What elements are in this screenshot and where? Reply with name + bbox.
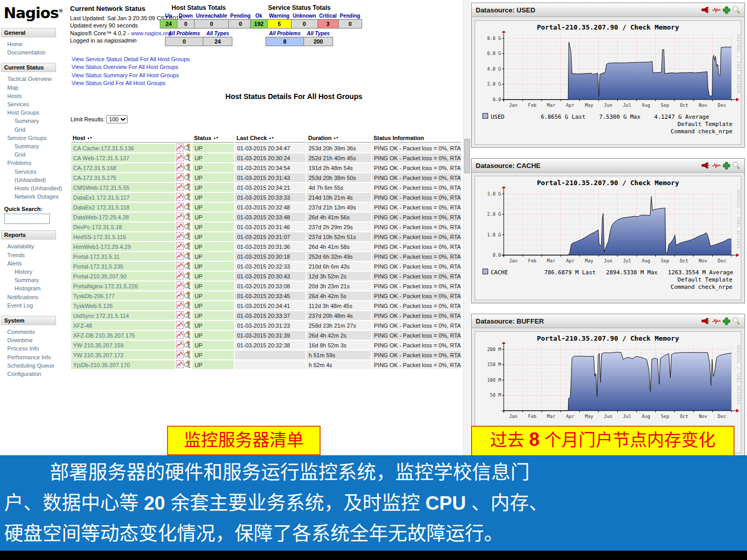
service-col-critical[interactable]: Critical — [317, 12, 338, 20]
host-link[interactable]: DataWeb-172.29.4.28 — [71, 213, 175, 221]
host-link[interactable]: Portal-210.35.207.90 — [71, 272, 175, 281]
host-link[interactable]: DataEx1 172.31.5.117 — [71, 193, 175, 202]
sort-arrows-icon[interactable]: ▲▼ — [269, 136, 274, 139]
host-detail-magnifier-icon[interactable] — [184, 341, 191, 348]
trend-graph-icon[interactable] — [176, 321, 184, 329]
service-count-critical[interactable]: 3 — [317, 20, 338, 29]
alert-horn-icon[interactable] — [701, 317, 710, 325]
trend-graph-icon[interactable] — [176, 291, 184, 299]
host-col-unreachable[interactable]: Unreachable — [195, 12, 229, 20]
host-link[interactable]: YjsDb-210.35.207.170 — [71, 360, 175, 369]
main-scrollbar[interactable] — [463, 0, 470, 455]
host-detail-magnifier-icon[interactable] — [184, 282, 191, 289]
magnifier-icon[interactable] — [732, 6, 740, 14]
trend-graph-icon[interactable] — [176, 351, 184, 358]
sidebar-item-notifications[interactable]: Notifications — [0, 293, 67, 301]
view-link-status-grid-for-all[interactable]: View Status Grid For All Host Groups — [72, 79, 190, 87]
sidebar-item-tactical-overview[interactable]: Tactical Overview — [0, 75, 67, 83]
sidebar-item-availability[interactable]: Availability — [0, 242, 67, 250]
sidebar-item-home[interactable]: Home — [0, 40, 67, 48]
service-all-types-count[interactable]: 200 — [304, 37, 333, 46]
sidebar-item-grid[interactable]: Grid — [0, 125, 67, 134]
sidebar-item-configuration[interactable]: Configuration — [0, 370, 67, 378]
trend-graph-icon[interactable] — [176, 360, 184, 368]
trend-graph-icon[interactable] — [176, 193, 184, 201]
service-count-ok[interactable]: 192 — [251, 20, 268, 29]
sidebar-item-scheduling-queue[interactable]: Scheduling Queue — [0, 361, 67, 370]
trend-graph-icon[interactable] — [176, 203, 184, 211]
service-col-warning[interactable]: Warning — [268, 12, 292, 20]
host-detail-magnifier-icon[interactable] — [184, 301, 191, 309]
host-link[interactable]: YW 210.35.207.172 — [71, 351, 175, 359]
trend-graph-icon[interactable] — [176, 341, 184, 348]
sidebar-item-documentation[interactable]: Documentation — [0, 48, 67, 57]
limit-select[interactable]: 100 — [106, 115, 128, 123]
host-detail-magnifier-icon[interactable] — [184, 252, 191, 260]
sidebar-item-summary[interactable]: Summary — [0, 276, 67, 284]
host-link[interactable]: XFZ-DB 210.35.207.175 — [71, 331, 175, 340]
service-col-unknown[interactable]: Unknown — [291, 12, 317, 20]
sidebar-item-grid[interactable]: Grid — [0, 150, 67, 159]
trend-graph-icon[interactable] — [176, 331, 184, 339]
trend-graph-icon[interactable] — [176, 173, 184, 181]
host-detail-magnifier-icon[interactable] — [184, 360, 191, 368]
service-all-problems-label[interactable]: All Problems — [266, 29, 303, 37]
host-link[interactable]: YW 210.35.207.159 — [71, 341, 175, 349]
sidebar-item-services-unhandled[interactable]: Services (Unhandled) — [0, 167, 67, 184]
trend-graph-icon[interactable] — [176, 153, 184, 161]
host-detail-magnifier-icon[interactable] — [184, 321, 191, 329]
host-all-types-label[interactable]: All Types — [203, 29, 232, 37]
host-link[interactable]: CMSWeb-172.31.5.55 — [71, 183, 175, 192]
host-detail-magnifier-icon[interactable] — [184, 222, 191, 230]
host-link[interactable]: HedSS-172.31.5.115 — [71, 232, 175, 241]
host-detail-magnifier-icon[interactable] — [184, 183, 191, 191]
sort-arrows-icon[interactable]: ▲▼ — [87, 136, 92, 139]
trend-graph-icon[interactable] — [176, 272, 184, 279]
host-count-up[interactable]: 24 — [160, 20, 177, 29]
trend-graph-icon[interactable] — [176, 222, 184, 230]
host-link[interactable]: XFZ-48 — [71, 321, 175, 330]
sidebar-item-network-outages[interactable]: Network Outages — [0, 192, 67, 201]
sidebar-item-hosts-unhandled[interactable]: Hosts (Unhandled) — [0, 184, 67, 192]
host-all-problems-label[interactable]: All Problems — [165, 29, 203, 37]
sidebar-item-histogram[interactable]: Histogram — [0, 284, 67, 292]
zoom-in-plus-icon[interactable] — [723, 6, 730, 14]
column-header-duration[interactable]: Duration ▲▼ — [307, 134, 371, 143]
view-link-status-summary-for-a[interactable]: View Status Summary For All Host Groups — [72, 72, 190, 79]
heartbeat-icon[interactable] — [712, 7, 721, 13]
trend-graph-icon[interactable] — [176, 144, 184, 151]
host-count-down[interactable]: 0 — [177, 20, 195, 29]
sidebar-item-process-info[interactable]: Process Info — [0, 344, 67, 353]
service-col-ok[interactable]: Ok — [251, 12, 268, 20]
column-header-last-check[interactable]: Last Check ▲▼ — [235, 134, 306, 143]
host-detail-magnifier-icon[interactable] — [184, 262, 191, 270]
trend-graph-icon[interactable] — [176, 252, 184, 260]
host-link[interactable]: Portal-172.31.5.11 — [71, 252, 175, 261]
trend-graph-icon[interactable] — [176, 183, 184, 191]
host-link[interactable]: PortalNginx-172.31.5.226 — [71, 282, 175, 290]
zoom-in-plus-icon[interactable] — [723, 317, 730, 325]
trend-graph-icon[interactable] — [176, 242, 184, 250]
host-link[interactable]: CA Cache-172.31.5.136 — [71, 144, 175, 152]
column-header-host[interactable]: Host ▲▼ — [71, 134, 191, 143]
sort-arrows-icon[interactable]: ▲▼ — [333, 136, 338, 139]
host-col-pending[interactable]: Pending — [229, 12, 252, 20]
sidebar-item-problems[interactable]: Problems — [0, 159, 67, 167]
sidebar-item-performance-info[interactable]: Performance Info — [0, 353, 67, 361]
host-col-down[interactable]: Down — [177, 12, 195, 20]
column-header-status[interactable]: Status ▲▼ — [192, 134, 234, 143]
sidebar-item-service-groups[interactable]: Service Groups — [0, 134, 67, 142]
host-detail-magnifier-icon[interactable] — [184, 272, 191, 279]
service-col-pending[interactable]: Pending — [338, 12, 362, 20]
sidebar-item-hosts[interactable]: Hosts — [0, 92, 67, 100]
host-detail-magnifier-icon[interactable] — [184, 232, 191, 240]
sidebar-item-summary[interactable]: Summary — [0, 117, 67, 125]
sidebar-item-summary[interactable]: Summary — [0, 142, 67, 150]
sidebar-item-downtime[interactable]: Downtime — [0, 336, 67, 344]
host-link[interactable]: CA-172.31.5.175 — [71, 173, 175, 182]
sidebar-item-event-log[interactable]: Event Log — [0, 301, 67, 310]
host-link[interactable]: TyxkDb-206.177 — [71, 291, 175, 300]
scrollbar-thumb[interactable] — [464, 139, 470, 173]
quick-search-input[interactable] — [4, 214, 50, 224]
host-detail-magnifier-icon[interactable] — [184, 173, 191, 181]
